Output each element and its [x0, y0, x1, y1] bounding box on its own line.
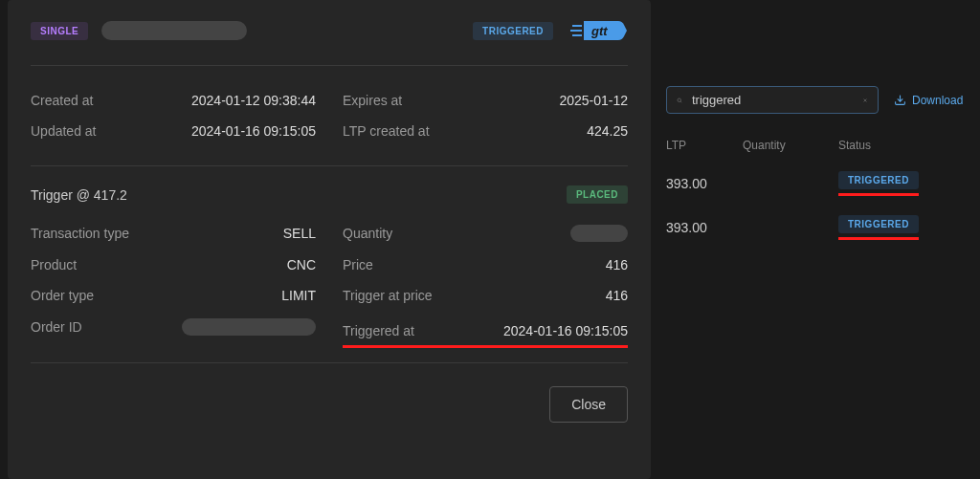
close-button[interactable]: Close [549, 386, 628, 423]
txn-type-row: Transaction type SELL [31, 217, 316, 250]
trigger-price-row: Trigger at price 416 [343, 280, 628, 311]
modal-header: SINGLE TRIGGERED gtt [31, 19, 628, 66]
row-ltp: 393.00 [666, 176, 743, 191]
row-status-badge: TRIGGERED [838, 171, 919, 189]
quantity-value-redacted [570, 225, 628, 242]
info-grid: Created at 2024-01-12 09:38:44 Expires a… [31, 66, 628, 165]
expires-at-row: Expires at 2025-01-12 [343, 85, 628, 116]
gtt-logo-icon: gtt [570, 19, 628, 42]
download-label: Download [912, 94, 963, 107]
order-id-row: Order ID [31, 311, 316, 343]
ltp-created-row: LTP created at 424.25 [343, 116, 628, 146]
download-link[interactable]: Download [894, 94, 963, 107]
search-wrap[interactable] [666, 86, 879, 114]
annotation-underline [838, 237, 919, 240]
expires-at-value: 2025-01-12 [559, 93, 628, 108]
col-qty-header: Quantity [743, 139, 838, 152]
header-right: TRIGGERED gtt [473, 19, 628, 42]
order-type-value: LIMIT [281, 288, 316, 303]
product-label: Product [31, 257, 77, 272]
order-type-label: Order type [31, 288, 94, 303]
download-icon [894, 94, 906, 106]
trigger-price-label: Trigger at price [343, 288, 433, 303]
instrument-name-redacted [101, 21, 247, 40]
ltp-created-label: LTP created at [343, 123, 430, 139]
order-type-row: Order type LIMIT [31, 280, 316, 311]
svg-rect-1 [570, 30, 582, 32]
search-icon [677, 94, 682, 107]
type-badge: SINGLE [31, 22, 88, 40]
expires-at-label: Expires at [343, 93, 402, 108]
col-status-header: Status [838, 139, 969, 152]
gtt-detail-modal: SINGLE TRIGGERED gtt Created at 20 [8, 0, 651, 479]
svg-rect-0 [572, 25, 582, 27]
placed-badge: PLACED [567, 185, 628, 204]
created-at-label: Created at [31, 93, 93, 108]
price-label: Price [343, 257, 373, 272]
price-row: Price 416 [343, 250, 628, 280]
ltp-created-value: 424.25 [587, 123, 628, 139]
row-status: TRIGGERED [838, 215, 969, 240]
svg-line-5 [680, 101, 681, 102]
triggered-at-row: Triggered at 2024-01-16 09:15:05 [343, 311, 628, 348]
svg-text:gtt: gtt [590, 24, 608, 38]
trigger-price-value: 416 [606, 288, 628, 303]
txn-type-label: Transaction type [31, 226, 129, 241]
row-ltp: 393.00 [666, 220, 743, 235]
created-at-value: 2024-01-12 09:38:44 [191, 93, 316, 108]
side-panel: Download LTP Quantity Status 393.00 TRIG… [662, 0, 972, 479]
annotation-underline [838, 193, 919, 196]
table-header: LTP Quantity Status [662, 129, 972, 162]
table-row[interactable]: 393.00 TRIGGERED [662, 206, 972, 250]
price-value: 416 [606, 257, 628, 272]
quantity-row: Quantity [343, 217, 628, 250]
trigger-title: Trigger @ 417.2 [31, 187, 127, 203]
search-input[interactable] [692, 93, 853, 107]
triggered-at-value: 2024-01-16 09:15:05 [503, 323, 628, 338]
col-ltp-header: LTP [666, 139, 743, 152]
updated-at-label: Updated at [31, 123, 97, 139]
table-row[interactable]: 393.00 TRIGGERED [662, 162, 972, 206]
order-id-value-redacted [182, 318, 316, 336]
updated-at-row: Updated at 2024-01-16 09:15:05 [31, 116, 316, 146]
triggered-at-label: Triggered at [343, 323, 414, 338]
txn-type-value: SELL [283, 226, 316, 241]
product-row: Product CNC [31, 250, 316, 280]
updated-at-value: 2024-01-16 09:15:05 [191, 123, 316, 139]
header-left: SINGLE [31, 21, 247, 40]
product-value: CNC [287, 257, 316, 272]
svg-rect-2 [572, 34, 582, 36]
clear-icon[interactable] [862, 94, 868, 107]
order-id-label: Order ID [31, 319, 82, 335]
created-at-row: Created at 2024-01-12 09:38:44 [31, 85, 316, 116]
row-status-badge: TRIGGERED [838, 215, 919, 233]
trigger-header: Trigger @ 417.2 PLACED [31, 180, 628, 217]
quantity-label: Quantity [343, 226, 392, 241]
modal-footer: Close [31, 363, 628, 423]
trigger-grid: Transaction type SELL Quantity Product C… [31, 217, 628, 343]
status-badge: TRIGGERED [473, 22, 553, 40]
side-controls: Download [662, 86, 972, 129]
row-status: TRIGGERED [838, 171, 969, 196]
svg-point-4 [678, 98, 681, 102]
trigger-section: Trigger @ 417.2 PLACED Transaction type … [31, 165, 628, 363]
